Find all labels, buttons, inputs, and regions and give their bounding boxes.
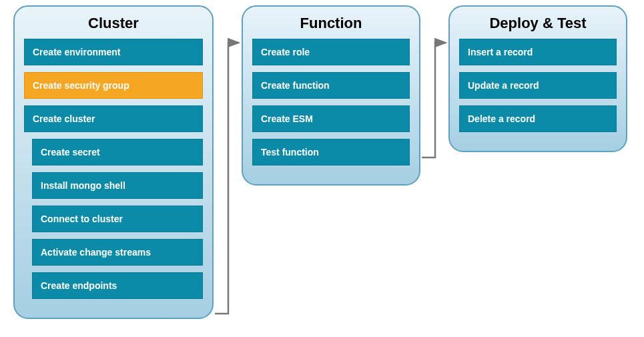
step-update-a-record: Update a record — [459, 72, 617, 99]
step-test-function: Test function — [252, 139, 410, 165]
panel-function: Function Create role Create function Cre… — [242, 5, 420, 186]
step-create-security-group: Create security group — [24, 72, 203, 99]
step-create-function: Create function — [252, 72, 410, 99]
panel-deploy-steps: Insert a record Update a record Delete a… — [459, 39, 617, 139]
panel-deploy: Deploy & Test Insert a record Update a r… — [448, 5, 627, 152]
panel-function-title: Function — [252, 15, 410, 32]
arrow-function-to-deploy — [420, 33, 452, 174]
step-activate-change-streams: Activate change streams — [32, 239, 203, 266]
step-insert-a-record: Insert a record — [459, 39, 617, 65]
step-create-cluster: Create cluster — [24, 105, 203, 132]
panel-function-steps: Create role Create function Create ESM T… — [252, 39, 410, 172]
step-create-role: Create role — [252, 39, 410, 65]
step-create-endpoints: Create endpoints — [32, 272, 203, 299]
panel-cluster: Cluster Create environment Create securi… — [13, 5, 214, 319]
panel-cluster-steps: Create environment Create security group… — [24, 39, 203, 306]
step-create-environment: Create environment — [24, 39, 203, 65]
arrow-cluster-to-function — [214, 33, 246, 327]
step-create-esm: Create ESM — [252, 105, 410, 132]
step-connect-to-cluster: Connect to cluster — [32, 206, 203, 232]
panel-deploy-title: Deploy & Test — [459, 15, 617, 32]
step-create-secret: Create secret — [32, 139, 203, 165]
step-delete-a-record: Delete a record — [459, 105, 617, 132]
step-install-mongo-shell: Install mongo shell — [32, 172, 203, 199]
panel-cluster-title: Cluster — [24, 15, 203, 32]
